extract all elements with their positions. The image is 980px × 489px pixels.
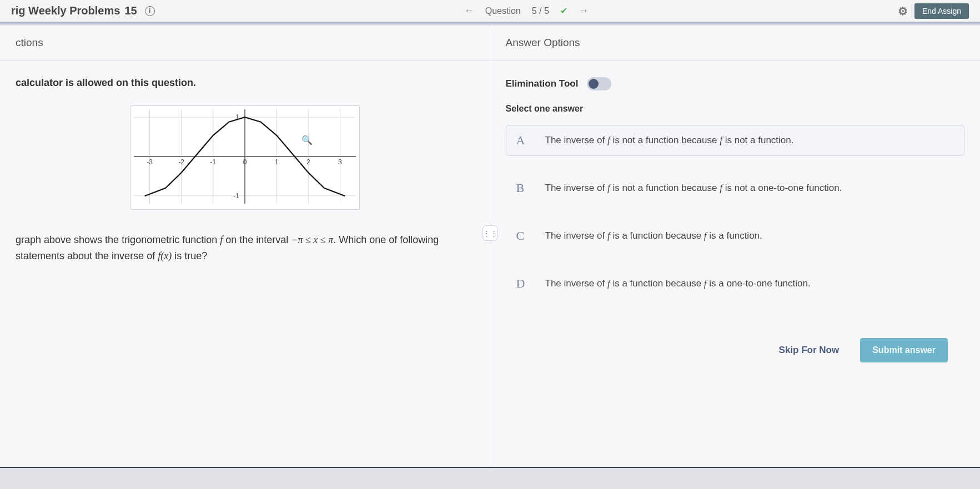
right-tab-label: Answer Options: [490, 26, 981, 61]
option-letter: A: [516, 133, 532, 148]
svg-text:2: 2: [306, 158, 310, 166]
svg-text:0: 0: [243, 158, 247, 166]
option-text: The inverse of f is a function because f…: [545, 230, 762, 241]
info-icon[interactable]: i: [145, 6, 155, 16]
option-c[interactable]: CThe inverse of f is a function because …: [506, 220, 965, 251]
action-row: Skip For Now Submit answer: [506, 338, 965, 362]
left-tab-label: ctions: [0, 26, 490, 61]
prev-question-arrow-icon[interactable]: ←: [464, 5, 474, 17]
gear-icon[interactable]: ⚙: [898, 4, 908, 18]
graph-container: -3-2-10123-11 🔍: [16, 105, 474, 210]
assignment-title: rig Weekly Problems 15 i: [11, 4, 155, 17]
interval: −π ≤ x ≤ π: [291, 234, 333, 245]
option-text: The inverse of f is a function because f…: [545, 278, 811, 289]
pane-drag-handle-icon[interactable]: ⋮⋮: [483, 225, 498, 241]
footer-bar: [0, 467, 980, 489]
answer-pane: ⋮⋮ Answer Options Elimination Tool Selec…: [490, 26, 981, 467]
option-letter: D: [516, 276, 532, 291]
q-end: is true?: [172, 250, 207, 261]
svg-text:1: 1: [275, 158, 279, 166]
option-letter: C: [516, 229, 532, 243]
next-question-arrow-icon[interactable]: →: [579, 5, 589, 17]
elimination-row: Elimination Tool: [506, 77, 965, 90]
title-prefix: rig Weekly Problems: [11, 4, 120, 17]
option-d[interactable]: DThe inverse of f is a function because …: [506, 268, 965, 299]
svg-text:-3: -3: [147, 158, 153, 166]
function-graph: -3-2-10123-11: [134, 109, 356, 204]
question-counter: 5 / 5: [532, 6, 549, 16]
instructions-pane: ctions calculator is allowed on this que…: [0, 26, 490, 467]
main-split: ctions calculator is allowed on this que…: [0, 26, 980, 467]
q-mid: on the interval: [223, 234, 291, 245]
end-assignment-button[interactable]: End Assign: [914, 3, 969, 19]
option-b[interactable]: BThe inverse of f is not a function beca…: [506, 173, 965, 204]
submit-button[interactable]: Submit answer: [860, 338, 948, 362]
top-bar: rig Weekly Problems 15 i ← Question 5 / …: [0, 0, 980, 22]
svg-text:3: 3: [338, 158, 342, 166]
svg-text:-1: -1: [210, 158, 216, 166]
select-one-label: Select one answer: [506, 104, 965, 114]
q-pre: graph above shows the trigonometric func…: [16, 234, 220, 245]
calculator-note: calculator is allowed on this question.: [16, 77, 474, 89]
skip-button[interactable]: Skip For Now: [769, 338, 850, 362]
zoom-icon[interactable]: 🔍: [301, 135, 313, 145]
option-a[interactable]: AThe inverse of f is not a function beca…: [506, 125, 965, 156]
svg-text:-2: -2: [178, 158, 184, 166]
option-letter: B: [516, 181, 532, 195]
question-nav: ← Question 5 / 5 ✔ →: [464, 5, 589, 17]
option-text: The inverse of f is not a function becau…: [545, 135, 794, 146]
checkmark-icon: ✔: [560, 6, 567, 16]
svg-text:-1: -1: [233, 192, 239, 200]
question-text: graph above shows the trigonometric func…: [16, 232, 474, 264]
options-list: AThe inverse of f is not a function beca…: [506, 125, 965, 299]
title-number: 15: [124, 4, 137, 17]
fx: f(x): [158, 250, 172, 261]
option-text: The inverse of f is not a function becau…: [545, 183, 842, 194]
question-label: Question: [485, 6, 521, 16]
elimination-label: Elimination Tool: [506, 78, 579, 89]
elimination-toggle[interactable]: [587, 77, 611, 90]
graph-card: -3-2-10123-11 🔍: [130, 105, 360, 210]
